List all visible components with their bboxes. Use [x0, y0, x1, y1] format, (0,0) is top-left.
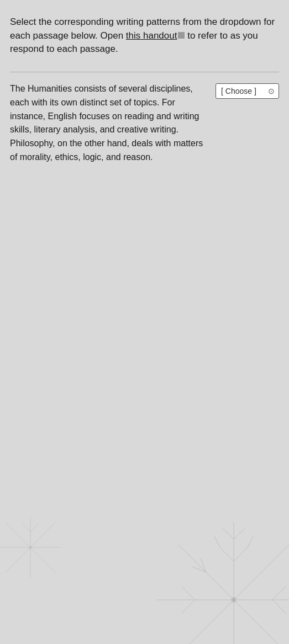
- section-divider: [10, 72, 279, 72]
- bg-decoration-right: [123, 489, 289, 644]
- svg-line-4: [178, 545, 234, 600]
- svg-line-8: [220, 547, 234, 561]
- svg-line-14: [272, 586, 286, 600]
- handout-link[interactable]: this handout: [126, 30, 177, 41]
- svg-point-34: [29, 546, 32, 549]
- svg-line-9: [234, 547, 248, 561]
- instructions-text: Select the corresponding writing pattern…: [10, 15, 279, 56]
- svg-line-32: [22, 524, 30, 532]
- passage1-section: The Humanities consists of several disci…: [10, 82, 279, 175]
- svg-line-13: [181, 600, 195, 614]
- svg-line-19: [192, 567, 206, 572]
- svg-line-11: [234, 528, 245, 539]
- svg-line-15: [272, 600, 286, 614]
- bg-decoration-left: [0, 506, 72, 589]
- svg-line-16: [195, 561, 206, 572]
- link-icon: [178, 32, 185, 39]
- svg-point-22: [231, 597, 237, 603]
- passage1-dropdown-wrapper: [ Choose ] Option 1 Option 2 Option 3 Op…: [216, 83, 279, 99]
- svg-line-5: [234, 600, 289, 644]
- passage1-content: The Humanities consists of several disci…: [10, 84, 203, 162]
- instructions-block: Select the corresponding writing pattern…: [10, 10, 279, 66]
- svg-line-20: [214, 536, 220, 547]
- svg-line-17: [261, 627, 272, 638]
- svg-line-29: [30, 547, 55, 572]
- svg-line-33: [30, 524, 39, 532]
- svg-line-31: [30, 523, 55, 547]
- svg-line-12: [181, 586, 195, 600]
- svg-line-28: [6, 523, 30, 547]
- page-container: Select the corresponding writing pattern…: [0, 0, 289, 644]
- svg-point-23: [233, 599, 235, 601]
- passage1-dropdown[interactable]: [ Choose ] Option 1 Option 2 Option 3 Op…: [216, 83, 279, 99]
- svg-line-6: [178, 600, 234, 644]
- svg-line-30: [6, 547, 30, 572]
- svg-line-18: [201, 558, 206, 572]
- svg-line-7: [234, 545, 289, 600]
- passage1-dropdown-container[interactable]: [ Choose ] Option 1 Option 2 Option 3 Op…: [216, 83, 279, 99]
- svg-line-10: [223, 528, 234, 539]
- passage1-text: The Humanities consists of several disci…: [10, 82, 209, 164]
- svg-line-21: [248, 536, 253, 547]
